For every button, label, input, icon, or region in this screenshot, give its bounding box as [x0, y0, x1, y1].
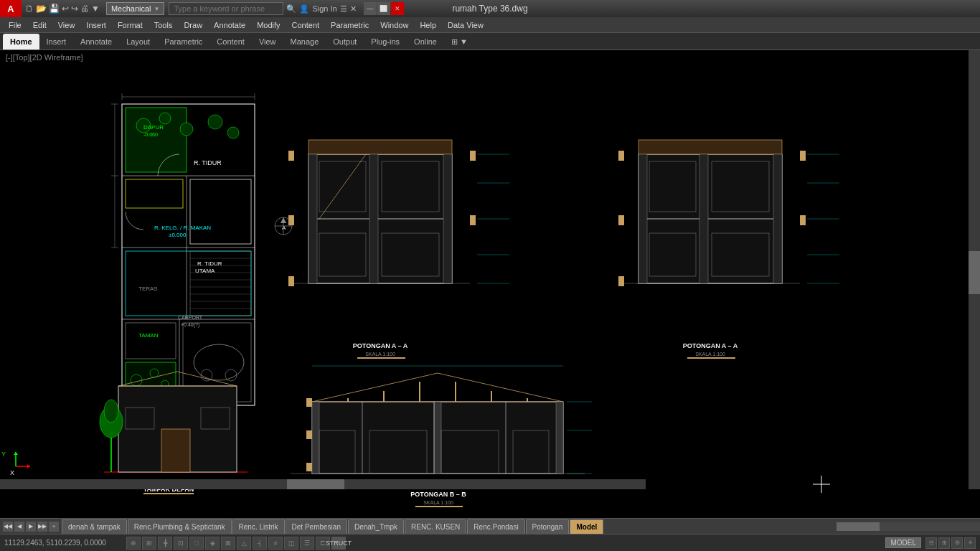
close-icon[interactable]: ✕ [350, 4, 357, 14]
ortho-mode-icon[interactable]: ╋ [158, 537, 172, 550]
svg-rect-76 [470, 215, 476, 225]
coordinates-display: 11129.2463, 5110.2239, 0.0000 [4, 539, 119, 547]
svg-text:X: X [10, 469, 14, 476]
menu-item-parametric[interactable]: Parametric [325, 17, 374, 33]
ribbon-tab-home[interactable]: Home [3, 34, 39, 50]
menu-item-draw[interactable]: Draw [178, 17, 208, 33]
svg-rect-72 [288, 151, 294, 161]
menu-bar: FileEditViewInsertFormatToolsDrawAnnotat… [0, 17, 980, 33]
sheet-tab-det-pembesian[interactable]: Det Pembesian [286, 519, 347, 534]
sheet-tab-denah_tmpk[interactable]: Denah_Tmpk [348, 519, 404, 534]
svg-text:R. TIDUR: R. TIDUR [194, 159, 222, 166]
menu-item-tools[interactable]: Tools [149, 17, 179, 33]
svg-point-31 [180, 123, 193, 136]
sheet-tab-potongan[interactable]: Potongan [526, 519, 570, 534]
grid-display-icon[interactable]: ⊞ [142, 537, 156, 550]
tab-first-button[interactable]: ◀◀ [3, 522, 13, 532]
svg-text:R. TIDUR: R. TIDUR [197, 260, 222, 267]
status-bar: 11129.2463, 5110.2239, 0.0000 ⊕ ⊞ ╋ ⊡ □ … [0, 534, 980, 551]
ribbon-tab-parametric[interactable]: Parametric [157, 34, 209, 50]
search-btn-icon[interactable]: 🔍 [286, 4, 296, 14]
qa-more-icon[interactable]: ▼ [91, 4, 100, 14]
struct-label[interactable]: STRUCT [331, 537, 346, 550]
ribbon-tab-output[interactable]: Output [326, 34, 364, 50]
menu-item-data-view[interactable]: Data View [442, 17, 489, 33]
menu-item-view[interactable]: View [52, 17, 81, 33]
menu-item-help[interactable]: Help [414, 17, 442, 33]
tab-last-button[interactable]: ▶▶ [37, 522, 47, 532]
plot-icon[interactable]: 🖨 [80, 4, 89, 14]
quickprops-icon[interactable]: ☰ [300, 537, 314, 550]
transparency-icon[interactable]: ◫ [284, 537, 298, 550]
svg-rect-117 [161, 429, 190, 472]
ribbon-tab-manage[interactable]: Manage [283, 34, 326, 50]
sheet-tab-denah---tampak[interactable]: denah & tampak [62, 519, 127, 534]
sheet-tab-renc--kusen[interactable]: RENC. KUSEN [405, 519, 466, 534]
workspace-selector[interactable]: Mechanical [106, 2, 165, 15]
menu-item-insert[interactable]: Insert [80, 17, 112, 33]
ribbon-tabs: HomeInsertAnnotateLayoutParametricConten… [0, 33, 980, 50]
svg-rect-145 [306, 430, 312, 439]
ribbon-tab-layout[interactable]: Layout [119, 34, 157, 50]
open-icon[interactable]: 📂 [36, 4, 47, 14]
sheet-tab-model[interactable]: Model [570, 519, 603, 534]
ribbon-tab-annotate[interactable]: Annotate [73, 34, 119, 50]
drawing-area[interactable]: [-][Top][2D Wireframe] [0, 50, 980, 518]
app-menu-icon[interactable]: ☰ [340, 4, 347, 14]
menu-item-content[interactable]: Content [286, 17, 326, 33]
save-icon[interactable]: 💾 [49, 4, 60, 14]
object-snap-tracking-icon[interactable]: ⊠ [221, 537, 235, 550]
svg-rect-65 [369, 154, 378, 283]
minimize-button[interactable]: — [364, 2, 377, 15]
tab-prev-button[interactable]: ◀ [14, 522, 24, 532]
menu-item-file[interactable]: File [3, 17, 27, 33]
lineweight-icon[interactable]: ≡ [268, 537, 283, 550]
sheet-tab-renc--listrik[interactable]: Renc. Listrik [232, 519, 285, 534]
statusbar-right: MODEL ⊟ ⊞ ⚙ ☀ [885, 537, 976, 549]
layout-icon[interactable]: ⊞ [938, 537, 950, 549]
undo-icon[interactable]: ↩ [62, 4, 69, 14]
svg-rect-75 [470, 151, 476, 161]
viewport-icon[interactable]: ⊟ [925, 537, 937, 549]
object-snap-icon[interactable]: □ [189, 537, 204, 550]
ribbon-tab-content[interactable]: Content [209, 34, 252, 50]
dyn-input-icon[interactable]: ┤ [253, 537, 267, 550]
ribbon-tab-⊞-▼[interactable]: ⊞ ▼ [444, 34, 475, 50]
tab-next-button[interactable]: ▶ [26, 522, 36, 532]
polar-tracking-icon[interactable]: ⊡ [174, 537, 188, 550]
view-label: [-][Top][2D Wireframe] [6, 53, 83, 62]
svg-rect-66 [443, 154, 452, 283]
sheet-tab-renc-pondasi[interactable]: Renc.Pondasi [467, 519, 524, 534]
svg-text:CARPORT: CARPORT [178, 315, 203, 320]
ribbon-tab-online[interactable]: Online [407, 34, 444, 50]
titlebar: A 🗋 📂 💾 ↩ ↪ 🖨 ▼ Mechanical rumah Type 36… [0, 0, 980, 17]
dynamic-ucs-icon[interactable]: △ [237, 537, 251, 550]
menu-item-modify[interactable]: Modify [251, 17, 286, 33]
3dosnap-icon[interactable]: ◈ [205, 537, 220, 550]
sign-in-button[interactable]: Sign In [312, 4, 336, 13]
keyword-search[interactable] [169, 2, 283, 15]
close-button[interactable]: ✕ [391, 2, 404, 15]
menu-item-annotate[interactable]: Annotate [208, 17, 251, 33]
svg-rect-102 [618, 215, 624, 225]
gear-icon[interactable]: ⚙ [951, 537, 963, 549]
model-badge[interactable]: MODEL [885, 537, 921, 548]
title-right-area: 🔍 👤 Sign In ☰ ✕ [164, 2, 360, 15]
menu-item-format[interactable]: Format [112, 17, 149, 33]
svg-text:POTONGAN B – B: POTONGAN B – B [410, 491, 466, 498]
help-icon[interactable]: 👤 [299, 4, 309, 14]
sun-icon[interactable]: ☀ [964, 537, 976, 549]
svg-text:POTONGAN A – A: POTONGAN A – A [683, 342, 738, 349]
ribbon-tab-view[interactable]: View [252, 34, 283, 50]
new-icon[interactable]: 🗋 [25, 4, 34, 14]
ribbon-tab-insert[interactable]: Insert [39, 34, 74, 50]
menu-item-edit[interactable]: Edit [27, 17, 52, 33]
add-sheet-button[interactable]: + [49, 522, 59, 532]
svg-rect-96 [773, 154, 782, 283]
ribbon-tab-plug-ins[interactable]: Plug-ins [364, 34, 407, 50]
redo-icon[interactable]: ↪ [71, 4, 78, 14]
snap-grid-icon[interactable]: ⊕ [126, 537, 141, 550]
sheet-tab-renc-plumbing---septictank[interactable]: Renc.Plumbing & Septictank [128, 519, 232, 534]
menu-item-window[interactable]: Window [374, 17, 414, 33]
maximize-button[interactable]: ⬜ [377, 2, 390, 15]
